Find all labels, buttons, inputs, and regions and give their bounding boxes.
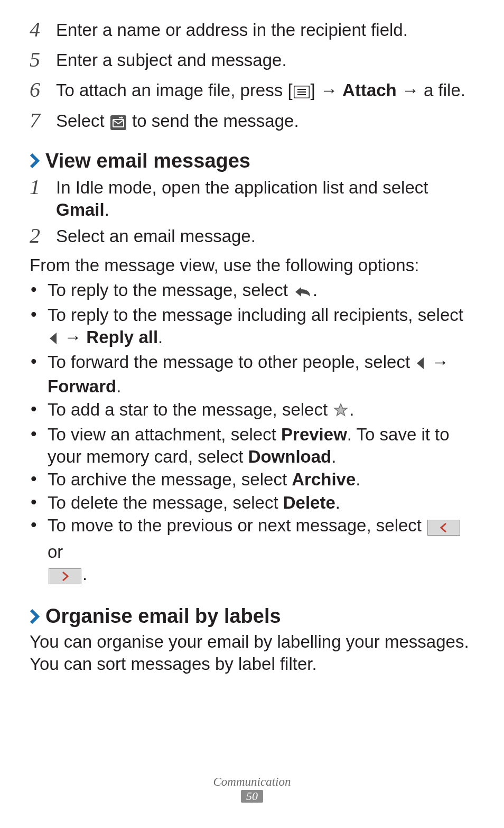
bullet-text: To reply to the message, select . <box>48 279 473 303</box>
options-list: • To reply to the message, select . • To… <box>30 279 473 590</box>
bullet-text: To forward the message to other people, … <box>48 351 473 397</box>
svg-marker-6 <box>50 333 57 344</box>
bold-reply-all: Reply all <box>86 327 158 347</box>
manual-page: 4 Enter a name or address in the recipie… <box>0 0 504 828</box>
section-heading-organise: Organise email by labels <box>30 605 473 628</box>
step-number: 4 <box>30 16 56 43</box>
step-number: 7 <box>30 107 56 134</box>
step-number: 2 <box>30 222 56 249</box>
bold-preview: Preview <box>281 425 347 444</box>
bullet-dot: • <box>30 514 48 536</box>
text-fragment: . <box>356 470 360 489</box>
text-fragment: . <box>116 376 121 396</box>
view-steps: 1 In Idle mode, open the application lis… <box>30 176 473 252</box>
text-fragment: . <box>82 564 87 584</box>
bullet-text: To reply to the message including all re… <box>48 304 473 350</box>
menu-icon <box>294 81 310 104</box>
view-step-2: 2 Select an email message. <box>30 224 473 251</box>
text-fragment: . <box>158 327 163 347</box>
page-number-badge: 50 <box>241 790 263 803</box>
text-fragment: In Idle mode, open the application list … <box>56 178 428 197</box>
bold-download: Download <box>248 447 332 466</box>
bullet-reply-all: • To reply to the message including all … <box>30 304 473 350</box>
bold-attach: Attach <box>342 80 397 100</box>
bullet-dot: • <box>30 351 48 373</box>
bullet-attachment: • To view an attachment, select Preview.… <box>30 424 473 467</box>
text-fragment: → <box>426 352 449 372</box>
text-fragment: To archive the message, select <box>48 470 292 489</box>
svg-marker-8 <box>334 404 347 416</box>
bullet-dot: • <box>30 398 48 420</box>
bullet-text: To view an attachment, select Preview. T… <box>48 424 473 467</box>
bullet-dot: • <box>30 423 48 445</box>
bold-delete: Delete <box>283 493 335 512</box>
section-title: View email messages <box>45 150 250 172</box>
section-heading-view: View email messages <box>30 150 473 172</box>
bullet-dot: • <box>30 303 48 326</box>
footer-section-label: Communication <box>0 775 504 789</box>
step-number: 6 <box>30 76 56 103</box>
bullet-dot: • <box>30 279 48 301</box>
text-fragment: Select <box>56 111 109 131</box>
text-fragment: to send the message. <box>127 111 299 131</box>
text-fragment: → <box>59 327 86 347</box>
text-fragment: To attach an image file, press [ <box>56 80 293 100</box>
star-icon <box>333 401 348 423</box>
bullet-dot: • <box>30 468 48 490</box>
send-envelope-icon <box>110 113 126 135</box>
text-fragment: To delete the message, select <box>48 493 283 512</box>
text-fragment: . <box>349 400 354 419</box>
bullet-forward: • To forward the message to other people… <box>30 351 473 397</box>
bullet-delete: • To delete the message, select Delete. <box>30 492 473 514</box>
text-fragment: . <box>331 447 336 466</box>
reply-arrow-icon <box>294 281 312 303</box>
bullet-reply: • To reply to the message, select . <box>30 279 473 303</box>
text-fragment: To forward the message to other people, … <box>48 352 415 372</box>
section-title: Organise email by labels <box>45 605 281 628</box>
options-intro: From the message view, use the following… <box>30 254 473 277</box>
step-number: 1 <box>30 173 56 200</box>
step-text: Select an email message. <box>56 224 256 247</box>
step-4: 4 Enter a name or address in the recipie… <box>30 18 473 45</box>
step-7: 7 Select to send the message. <box>30 109 473 136</box>
triangle-left-icon <box>416 353 425 375</box>
next-button-icon <box>49 567 81 590</box>
svg-rect-10 <box>49 568 81 584</box>
bold-archive: Archive <box>292 470 356 489</box>
triangle-left-icon <box>49 328 58 351</box>
chevron-blue-icon <box>30 609 40 624</box>
bullet-text: To add a star to the message, select . <box>48 399 473 423</box>
organise-body: You can organise your email by labelling… <box>30 631 473 675</box>
text-fragment: ] → <box>311 80 343 100</box>
step-text: To attach an image file, press [] → Atta… <box>56 78 465 104</box>
bullet-dot: • <box>30 491 48 513</box>
bullet-star: • To add a star to the message, select . <box>30 399 473 423</box>
page-footer: Communication 50 <box>0 775 504 803</box>
step-text: In Idle mode, open the application list … <box>56 176 473 221</box>
text-fragment: . <box>335 493 340 512</box>
step-number: 5 <box>30 46 56 73</box>
steps-continued: 4 Enter a name or address in the recipie… <box>30 18 473 136</box>
bold-forward: Forward <box>48 376 116 396</box>
prev-button-icon <box>427 519 460 541</box>
view-step-1: 1 In Idle mode, open the application lis… <box>30 176 473 221</box>
step-text: Enter a subject and message. <box>56 48 287 71</box>
text-fragment: To view an attachment, select <box>48 425 281 444</box>
bullet-archive: • To archive the message, select Archive… <box>30 468 473 491</box>
bullet-text: To move to the previous or next message,… <box>48 514 473 589</box>
svg-marker-7 <box>417 357 424 369</box>
text-fragment: → a file. <box>397 80 465 100</box>
step-5: 5 Enter a subject and message. <box>30 48 473 75</box>
text-fragment: To add a star to the message, select <box>48 400 332 419</box>
text-fragment: To reply to the message including all re… <box>48 305 463 325</box>
svg-rect-9 <box>428 520 460 536</box>
bullet-text: To delete the message, select Delete. <box>48 492 473 514</box>
text-fragment: . <box>313 280 318 300</box>
text-fragment: or <box>48 542 63 562</box>
bullet-text: To archive the message, select Archive. <box>48 468 473 491</box>
text-fragment: . <box>105 200 109 219</box>
bullet-nav: • To move to the previous or next messag… <box>30 514 473 589</box>
bold-gmail: Gmail <box>56 200 105 219</box>
text-fragment: To move to the previous or next message,… <box>48 516 426 535</box>
text-fragment: To reply to the message, select <box>48 280 293 300</box>
